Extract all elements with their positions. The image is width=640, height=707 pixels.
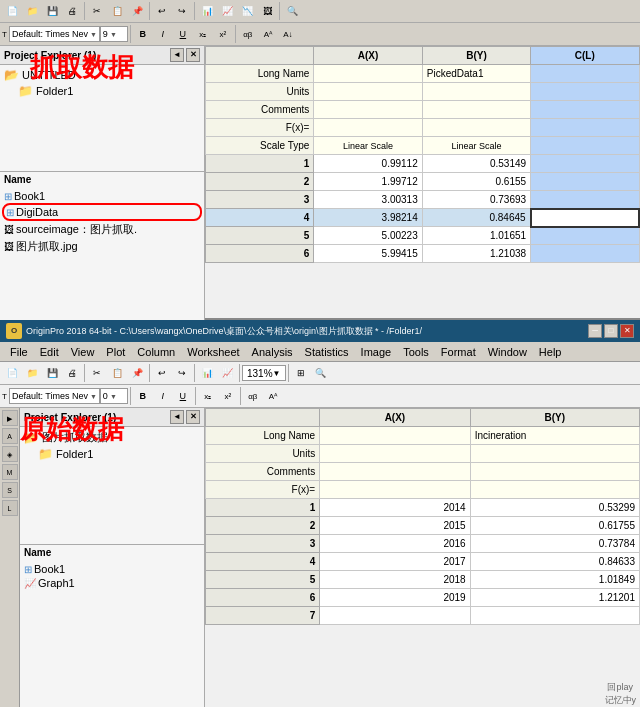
bottom-row-4-b[interactable]: 0.84633 — [470, 553, 639, 571]
top-units-a[interactable] — [314, 83, 422, 101]
top-row-2-b[interactable]: 0.6155 — [422, 173, 530, 191]
top-longname-a[interactable] — [314, 65, 422, 83]
bottom-pe-close-btn[interactable]: ✕ — [186, 410, 200, 424]
bottom-row-7-a[interactable] — [320, 607, 470, 625]
underline-button-top[interactable]: U — [174, 25, 192, 43]
top-row-2-c[interactable] — [531, 173, 639, 191]
undo-icon[interactable]: ↩ — [153, 2, 171, 20]
b-grid-icon[interactable]: ⊞ — [292, 364, 310, 382]
alpha2-icon-top[interactable]: Aᴬ — [259, 25, 277, 43]
alpha-icon-top[interactable]: αβ — [239, 25, 257, 43]
b-bold-btn[interactable]: B — [134, 387, 152, 405]
menu-view[interactable]: View — [65, 344, 101, 360]
menu-worksheet[interactable]: Worksheet — [181, 344, 245, 360]
bottom-longname-b[interactable]: Incineration — [470, 427, 639, 445]
bottom-units-a[interactable] — [320, 445, 470, 463]
qb-icon-4[interactable]: M — [2, 464, 18, 480]
sub-icon-top[interactable]: x₂ — [194, 25, 212, 43]
top-row-2-a[interactable]: 1.99712 — [314, 173, 422, 191]
top-comments-b[interactable] — [422, 101, 530, 119]
top-row-1-b[interactable]: 0.53149 — [422, 155, 530, 173]
b-chart2-icon[interactable]: 📈 — [218, 364, 236, 382]
bottom-row-3-a[interactable]: 2016 — [320, 535, 470, 553]
top-row-1-c[interactable] — [531, 155, 639, 173]
bottom-row-3-b[interactable]: 0.73784 — [470, 535, 639, 553]
font-size-combo-top[interactable]: 9 ▼ — [100, 26, 128, 42]
menu-format[interactable]: Format — [435, 344, 482, 360]
bottom-row-6-b[interactable]: 1.21201 — [470, 589, 639, 607]
bold-button-top[interactable]: B — [134, 25, 152, 43]
top-row-5-b[interactable]: 1.01651 — [422, 227, 530, 245]
top-fx-c[interactable] — [531, 119, 639, 137]
b-font-size-combo[interactable]: 0 ▼ — [100, 388, 128, 404]
top-scaletype-c[interactable] — [531, 137, 639, 155]
b-paste-icon[interactable]: 📌 — [128, 364, 146, 382]
minimize-btn[interactable]: ─ — [588, 324, 602, 338]
chart-icon[interactable]: 📊 — [198, 2, 216, 20]
sub2-icon-top[interactable]: A↓ — [279, 25, 297, 43]
top-book1-item[interactable]: ⊞ Book1 — [2, 189, 202, 203]
qb-icon-1[interactable]: ▶ — [2, 410, 18, 426]
top-comments-c[interactable] — [531, 101, 639, 119]
menu-tools[interactable]: Tools — [397, 344, 435, 360]
close-btn-title[interactable]: ✕ — [620, 324, 634, 338]
top-col-cl[interactable]: C(L) — [531, 47, 639, 65]
b-sup-icon[interactable]: x² — [219, 387, 237, 405]
b-sub-icon[interactable]: x₂ — [199, 387, 217, 405]
top-longname-c[interactable] — [531, 65, 639, 83]
top-longname-b[interactable]: PickedData1 — [422, 65, 530, 83]
redo-icon[interactable]: ↪ — [173, 2, 191, 20]
menu-image[interactable]: Image — [355, 344, 398, 360]
qb-icon-3[interactable]: ◈ — [2, 446, 18, 462]
menu-statistics[interactable]: Statistics — [299, 344, 355, 360]
b-open-icon[interactable]: 📁 — [23, 364, 41, 382]
b-print-icon[interactable]: 🖨 — [63, 364, 81, 382]
top-row-4-c[interactable] — [531, 209, 639, 227]
top-fx-a[interactable] — [314, 119, 422, 137]
b-underline-btn[interactable]: U — [174, 387, 192, 405]
paste-icon[interactable]: 📌 — [128, 2, 146, 20]
top-row-4-b[interactable]: 0.84645 — [422, 209, 530, 227]
chart3-icon[interactable]: 📉 — [238, 2, 256, 20]
bottom-graph1-item[interactable]: 📈 Graph1 — [22, 576, 202, 590]
print-icon[interactable]: 🖨 — [63, 2, 81, 20]
qb-icon-6[interactable]: L — [2, 500, 18, 516]
menu-help[interactable]: Help — [533, 344, 568, 360]
b-zoom2-icon[interactable]: 🔍 — [312, 364, 330, 382]
top-row-4-a[interactable]: 3.98214 — [314, 209, 422, 227]
b-A-icon[interactable]: Aᴬ — [264, 387, 282, 405]
b-font-combo[interactable]: Default: Times Nev ▼ — [9, 388, 100, 404]
menu-edit[interactable]: Edit — [34, 344, 65, 360]
bottom-comments-a[interactable] — [320, 463, 470, 481]
bottom-row-2-a[interactable]: 2015 — [320, 517, 470, 535]
bottom-pe-dock-btn[interactable]: ◄ — [170, 410, 184, 424]
b-copy-icon[interactable]: 📋 — [108, 364, 126, 382]
cut-icon[interactable]: ✂ — [88, 2, 106, 20]
bottom-comments-b[interactable] — [470, 463, 639, 481]
copy-icon[interactable]: 📋 — [108, 2, 126, 20]
bottom-units-b[interactable] — [470, 445, 639, 463]
top-units-b[interactable] — [422, 83, 530, 101]
top-jpg-item[interactable]: 🖼 图片抓取.jpg — [2, 238, 202, 255]
new-icon[interactable]: 📄 — [3, 2, 21, 20]
menu-window[interactable]: Window — [482, 344, 533, 360]
menu-column[interactable]: Column — [131, 344, 181, 360]
bottom-row-6-a[interactable]: 2019 — [320, 589, 470, 607]
b-alpha-icon[interactable]: αβ — [244, 387, 262, 405]
top-col-by[interactable]: B(Y) — [422, 47, 530, 65]
top-units-c[interactable] — [531, 83, 639, 101]
bottom-fx-b[interactable] — [470, 481, 639, 499]
top-digidata-item[interactable]: ⊞ DigiData — [2, 203, 202, 221]
bottom-fx-a[interactable] — [320, 481, 470, 499]
top-row-6-a[interactable]: 5.99415 — [314, 245, 422, 263]
b-chart-icon[interactable]: 📊 — [198, 364, 216, 382]
bottom-row-5-a[interactable]: 2018 — [320, 571, 470, 589]
top-row-3-a[interactable]: 3.00313 — [314, 191, 422, 209]
qb-icon-2[interactable]: A — [2, 428, 18, 444]
sup-icon-top[interactable]: x² — [214, 25, 232, 43]
bottom-row-4-a[interactable]: 2017 — [320, 553, 470, 571]
top-fx-b[interactable] — [422, 119, 530, 137]
top-tree-folder1[interactable]: 📁 Folder1 — [2, 83, 202, 99]
top-scaletype-b[interactable]: Linear Scale — [422, 137, 530, 155]
bottom-row-1-b[interactable]: 0.53299 — [470, 499, 639, 517]
